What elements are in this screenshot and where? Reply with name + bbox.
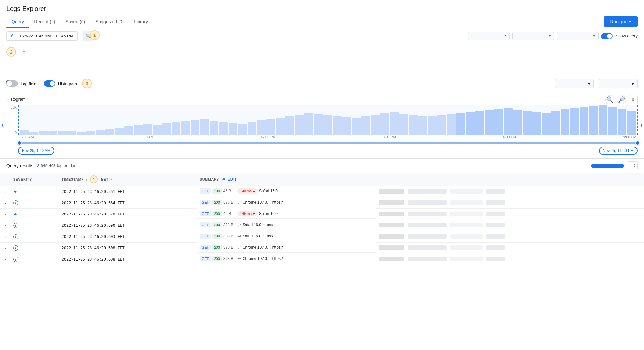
timestamp-cell: 2022-11-25 23:46:20.590 EET xyxy=(59,220,197,231)
histogram-bar xyxy=(238,124,247,135)
tab-recent[interactable]: Recent (2) xyxy=(29,15,60,28)
extra-cols xyxy=(376,186,644,197)
tab-saved[interactable]: Saved (0) xyxy=(60,15,90,28)
histogram-bar xyxy=(191,120,199,135)
histogram-section: Histogram 🔍 🔎 ⇕ ‹ 60K 0 6:00 AM 9:00 xyxy=(0,91,644,159)
blurred-col-3 xyxy=(450,257,483,261)
histogram-bar xyxy=(580,107,588,135)
chevron-down-icon-3: ▾ xyxy=(593,34,595,38)
app-title: Logs Explorer xyxy=(0,0,644,15)
tab-library[interactable]: Library xyxy=(129,15,153,28)
histogram-title: Histogram xyxy=(6,97,25,102)
histogram-bar xyxy=(124,126,133,135)
edit-label[interactable]: EDIT xyxy=(227,177,237,182)
histogram-bar xyxy=(485,110,493,135)
histogram-bar xyxy=(599,105,607,135)
histogram-bar xyxy=(494,109,503,135)
expand-row-button[interactable]: › xyxy=(3,234,8,240)
histogram-bar xyxy=(570,108,579,135)
col-timestamp: TIMESTAMP ↑ 4 EET ▾ xyxy=(59,173,197,186)
datetime-picker-button[interactable]: ⏱ 11/25/22, 1:46 AM – 11:46 PM xyxy=(6,31,78,41)
size-value: 46 B xyxy=(223,189,236,193)
status-badge: 200 xyxy=(212,200,222,205)
blurred-col-1 xyxy=(379,223,404,227)
histogram-bar xyxy=(153,125,161,135)
browser-value: Chrome 107.0… xyxy=(243,200,271,205)
range-start-label[interactable]: Nov 25, 1:40 AM xyxy=(18,147,54,155)
histogram-bar xyxy=(295,115,304,135)
expand-row-button[interactable]: › xyxy=(3,188,8,195)
clock-icon: ⏱ xyxy=(11,34,15,38)
tab-query[interactable]: Query xyxy=(6,15,29,28)
histogram-bars xyxy=(19,105,637,135)
histogram-nav-left[interactable]: ‹ xyxy=(1,121,4,129)
browser-value: Safari 16.0 xyxy=(259,189,278,193)
expand-row-button[interactable]: › xyxy=(3,256,8,263)
histogram-zoom-controls: 🔍 🔎 ⇕ xyxy=(605,95,638,104)
zoom-in-button[interactable]: 🔎 xyxy=(617,95,626,104)
timestamp-cell: 2022-11-25 23:46:20.608 EET xyxy=(59,243,197,254)
time-range-labels: Nov 25, 1:40 AM Nov 25, 11:50 PM xyxy=(18,147,638,155)
histogram-bar xyxy=(371,115,380,135)
log-fields-toggle[interactable] xyxy=(6,80,18,87)
zoom-out-button[interactable]: 🔍 xyxy=(605,95,614,104)
sort-asc-icon: ↑ xyxy=(85,177,87,181)
status-badge: 200 xyxy=(212,211,222,216)
blurred-col-3 xyxy=(450,245,483,250)
histogram-bar xyxy=(627,111,636,135)
table-row: ›i2022-11-25 23:46:20.608 EETGET200398 B… xyxy=(0,254,644,265)
histogram-bar xyxy=(20,130,29,135)
histogram-toggle[interactable] xyxy=(44,80,55,87)
timestamp-cell: 2022-11-25 23:46:20.570 EET xyxy=(59,209,197,220)
table-row: ›i2022-11-25 23:46:20.608 EETGET200398 B… xyxy=(0,243,644,254)
histogram-bar xyxy=(219,122,228,135)
histogram-bar xyxy=(428,116,437,135)
step-1-badge: 1 xyxy=(90,30,100,40)
expand-results-button[interactable]: ⛶ xyxy=(628,161,638,170)
expand-row-button[interactable]: › xyxy=(3,211,8,217)
extra-cols xyxy=(376,243,644,254)
show-query-toggle[interactable] xyxy=(601,33,613,39)
timeline-line xyxy=(19,143,638,144)
run-query-button[interactable]: Run query xyxy=(604,16,638,27)
sort-icon: ⇌ xyxy=(237,245,241,250)
timeline-track xyxy=(19,140,638,145)
histogram-bar xyxy=(342,117,351,135)
summary-cell: GET200398 B⇌Chrome 107.0…https:/ xyxy=(197,254,376,264)
query-results-bar: Query results 3,949,463 log entries ⛶ xyxy=(0,159,644,173)
filter-dropdown-3[interactable]: ▾ xyxy=(557,32,599,40)
expand-histogram-button[interactable]: ⇕ xyxy=(629,95,638,104)
results-action-button[interactable] xyxy=(591,164,624,168)
latency-badge: 149 ms ⇌ xyxy=(237,211,258,216)
datetime-label: 11/25/22, 1:46 AM – 11:46 PM xyxy=(17,34,73,38)
table-row: ›✦2022-11-25 23:46:20.561 EETGET20046 B1… xyxy=(0,186,644,197)
code-content[interactable] xyxy=(0,46,644,72)
filter-dropdown-1[interactable]: ▾ xyxy=(468,32,510,40)
right-control-1[interactable]: ▾ xyxy=(555,79,594,88)
chevron-down-icon-ctrl1: ▾ xyxy=(588,81,590,86)
filter-dropdown-2[interactable]: ▾ xyxy=(512,32,554,40)
summary-cell: GET200398 B⇌Chrome 107.0…https:/ xyxy=(197,243,376,253)
histogram-bar xyxy=(523,111,531,135)
step-3-badge: 3 xyxy=(82,79,92,88)
expand-row-button[interactable]: › xyxy=(3,222,8,229)
timeline-handle-right[interactable] xyxy=(635,141,640,145)
expand-row-button[interactable]: › xyxy=(3,245,8,251)
tab-suggested[interactable]: Suggested (0) xyxy=(90,15,129,28)
timeline-handle-left[interactable] xyxy=(17,141,22,145)
histogram-nav-right[interactable]: › xyxy=(640,121,643,129)
right-control-2[interactable]: ▾ xyxy=(599,79,638,88)
histogram-bar xyxy=(561,109,569,135)
edit-icon[interactable]: ✏ xyxy=(222,177,226,182)
severity-info-icon: i xyxy=(13,245,18,251)
method-badge: GET xyxy=(200,200,211,205)
query-bar: ⏱ 11/25/22, 1:46 AM – 11:46 PM 1 🔍 ▾ ▾ ▾… xyxy=(0,28,644,44)
histogram-bar xyxy=(210,121,218,135)
blurred-col-2 xyxy=(408,234,447,239)
query-input[interactable] xyxy=(96,32,466,40)
range-end-label[interactable]: Nov 25, 11:50 PM xyxy=(599,147,638,155)
expand-row-button[interactable]: › xyxy=(3,200,8,206)
sort-icon: ⇌ xyxy=(237,234,241,239)
timestamp-cell: 2022-11-25 23:46:20.608 EET xyxy=(59,254,197,265)
severity-info-icon: i xyxy=(13,234,18,239)
